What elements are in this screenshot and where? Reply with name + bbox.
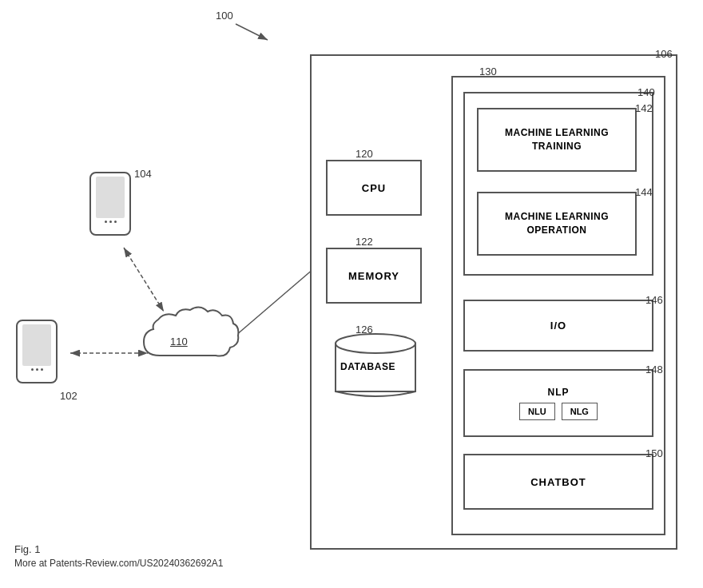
nlp-label: NLP — [548, 387, 570, 398]
ref-122: 122 — [355, 236, 373, 248]
cpu-box: CPU — [326, 160, 422, 216]
ref-150: 150 — [645, 447, 663, 459]
ml-operation-label: MACHINE LEARNING OPERATION — [505, 210, 609, 237]
io-label: I/O — [550, 320, 566, 332]
diagram-container: 100 104 102 110 106 CPU 120 MEMOR — [0, 0, 703, 588]
cpu-label: CPU — [362, 182, 386, 194]
svg-point-9 — [336, 334, 415, 353]
svg-line-2 — [236, 24, 268, 40]
nlp-box: NLP NLU NLG — [463, 369, 653, 437]
memory-box: MEMORY — [326, 248, 422, 304]
nlp-inner: NLU NLG — [519, 403, 598, 420]
nlu-box: NLU — [519, 403, 555, 420]
ml-training-box: MACHINE LEARNING TRAINING — [477, 108, 637, 172]
ref-120: 120 — [355, 148, 373, 160]
footer-link: More at Patents-Review.com/US20240362692… — [14, 558, 224, 569]
phone-102 — [16, 320, 58, 383]
io-box: I/O — [463, 300, 653, 352]
memory-label: MEMORY — [348, 270, 399, 282]
ref-102: 102 — [60, 390, 77, 402]
ref-148: 148 — [645, 364, 663, 375]
svg-line-5 — [236, 264, 320, 336]
nlg-box: NLG — [562, 403, 598, 420]
database-label: DATABASE — [340, 361, 395, 372]
ref-144: 144 — [635, 186, 653, 198]
ref-130: 130 — [479, 66, 497, 77]
ref-140: 140 — [637, 86, 655, 98]
ml-training-label: MACHINE LEARNING TRAINING — [505, 126, 609, 153]
phone-104 — [89, 172, 131, 236]
chatbot-label: CHATBOT — [530, 476, 586, 488]
ref-146: 146 — [645, 294, 663, 306]
ref-100: 100 — [216, 10, 233, 22]
ref-104: 104 — [134, 168, 152, 180]
chatbot-box: CHATBOT — [463, 454, 653, 510]
ref-106: 106 — [655, 48, 673, 60]
ml-operation-box: MACHINE LEARNING OPERATION — [477, 192, 637, 256]
ref-110: 110 — [170, 336, 188, 348]
fig-label: Fig. 1 — [14, 543, 41, 555]
ref-142: 142 — [635, 102, 653, 114]
ref-126: 126 — [355, 324, 373, 336]
cloud-110 — [136, 296, 248, 375]
